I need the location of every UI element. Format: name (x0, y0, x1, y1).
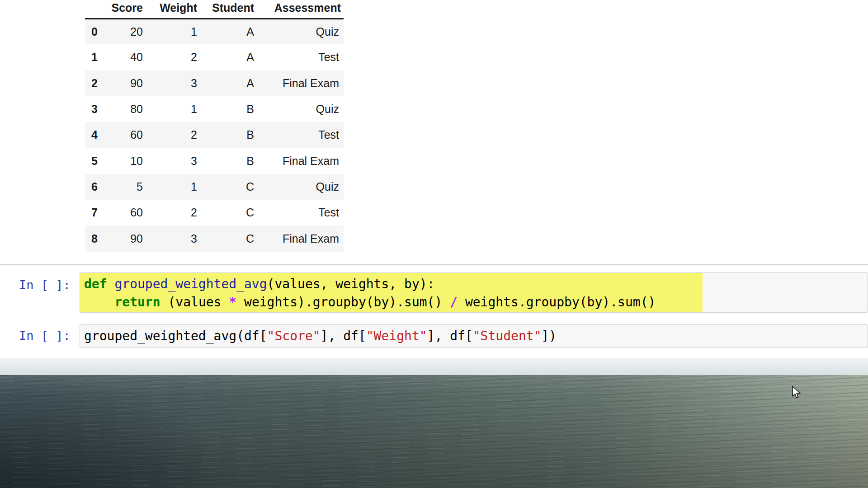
student-cell: A (200, 44, 257, 70)
weight-cell: 1 (146, 174, 200, 200)
table-row: 2903AFinal Exam (85, 70, 344, 96)
weight-cell: 2 (146, 200, 200, 225)
code-line: return (values * weights).groupby(by).su… (84, 293, 868, 311)
table-row: 7602CTest (85, 200, 344, 225)
score-cell: 60 (105, 122, 146, 148)
weight-cell: 2 (146, 122, 200, 148)
table-row: 651CQuiz (85, 174, 344, 200)
row-index-cell: 2 (85, 70, 105, 96)
mouse-cursor-icon (792, 386, 803, 401)
table-header-row: ScoreWeightStudentAssessment (85, 0, 344, 19)
student-cell: B (200, 96, 257, 122)
weight-cell: 2 (146, 44, 200, 70)
assessment-cell: Test (257, 44, 344, 70)
dataframe-output: ScoreWeightStudentAssessment 0201AQuiz14… (85, 0, 344, 252)
student-cell: A (200, 70, 257, 96)
column-header: Score (105, 0, 146, 19)
weight-cell: 3 (146, 225, 200, 251)
assessment-cell: Final Exam (257, 148, 344, 174)
assessment-cell: Test (257, 122, 344, 148)
row-index-cell: 3 (85, 96, 105, 122)
student-cell: C (200, 174, 257, 200)
score-cell: 60 (105, 200, 146, 225)
code-line: grouped_weighted_avg(df["Score"], df["We… (84, 327, 868, 345)
row-index-cell: 5 (85, 148, 105, 174)
row-index-cell: 7 (85, 200, 105, 225)
student-cell: A (200, 19, 257, 44)
code-editor-1[interactable]: def grouped_weighted_avg(values, weights… (80, 273, 868, 311)
score-cell: 90 (105, 70, 146, 96)
student-cell: B (200, 122, 257, 148)
input-prompt-2: In [ ]: (19, 327, 79, 345)
column-header: Student (200, 0, 257, 19)
table-row: 3801BQuiz (85, 96, 344, 122)
assessment-cell: Test (257, 200, 344, 225)
table-row: 0201AQuiz (85, 19, 344, 44)
code-line: def grouped_weighted_avg(values, weights… (84, 275, 868, 293)
score-cell: 20 (105, 19, 146, 44)
student-cell: B (200, 148, 257, 174)
code-input-area-1[interactable]: def grouped_weighted_avg(values, weights… (80, 272, 868, 313)
wallpaper-horizon (0, 358, 868, 375)
assessment-cell: Final Exam (257, 225, 344, 251)
assessment-cell: Quiz (257, 96, 344, 122)
score-cell: 5 (105, 174, 146, 200)
row-index-cell: 1 (85, 44, 105, 70)
table-row: 5103BFinal Exam (85, 148, 344, 174)
student-cell: C (200, 200, 257, 225)
weight-cell: 3 (146, 148, 200, 174)
column-header: Weight (146, 0, 200, 19)
row-index-cell: 6 (85, 174, 105, 200)
row-index-cell: 0 (85, 19, 105, 44)
row-index-cell: 8 (85, 225, 105, 251)
weight-cell: 1 (146, 96, 200, 122)
cell-divider (0, 264, 868, 265)
wallpaper-ocean (0, 375, 868, 488)
code-editor-2[interactable]: grouped_weighted_avg(df["Score"], df["We… (80, 325, 868, 345)
table-row: 4602BTest (85, 122, 344, 148)
jupyter-notebook-screen: ScoreWeightStudentAssessment 0201AQuiz14… (0, 0, 868, 488)
score-cell: 80 (105, 96, 146, 122)
weight-cell: 1 (146, 19, 200, 44)
assessment-cell: Quiz (257, 19, 344, 44)
column-header: Assessment (257, 0, 344, 19)
score-cell: 10 (105, 148, 146, 174)
index-column-header (85, 0, 105, 19)
score-cell: 90 (105, 225, 146, 251)
code-input-area-2[interactable]: grouped_weighted_avg(df["Score"], df["We… (80, 324, 868, 348)
dataframe-table: ScoreWeightStudentAssessment 0201AQuiz14… (85, 0, 344, 252)
table-row: 8903CFinal Exam (85, 225, 344, 251)
score-cell: 40 (105, 44, 146, 70)
row-index-cell: 4 (85, 122, 105, 148)
student-cell: C (200, 225, 257, 251)
weight-cell: 3 (146, 70, 200, 96)
assessment-cell: Quiz (257, 174, 344, 200)
table-row: 1402ATest (85, 44, 344, 70)
assessment-cell: Final Exam (257, 70, 344, 96)
input-prompt-1: In [ ]: (19, 276, 79, 294)
